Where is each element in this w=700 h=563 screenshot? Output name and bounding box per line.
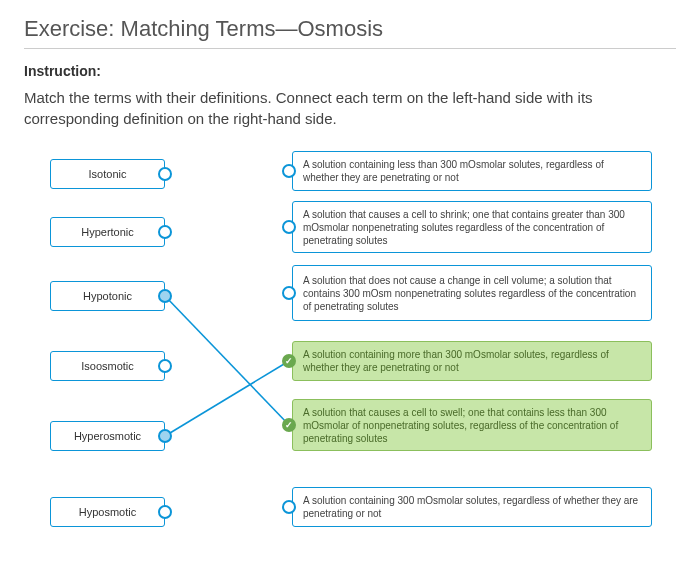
definition-connector[interactable] <box>282 220 296 234</box>
definition-connector[interactable] <box>282 500 296 514</box>
term-label: Hypertonic <box>81 226 134 238</box>
term-box[interactable]: Hyperosmotic <box>50 421 165 451</box>
term-box[interactable]: Hyposmotic <box>50 497 165 527</box>
definition-text: A solution that causes a cell to swell; … <box>303 406 641 445</box>
definition-box[interactable]: A solution containing more than 300 mOsm… <box>292 341 652 381</box>
term-label: Isotonic <box>89 168 127 180</box>
definition-text: A solution containing 300 mOsmolar solut… <box>303 494 641 520</box>
term-connector[interactable] <box>158 289 172 303</box>
matching-area: IsotonicHypertonicHypotonicIsoosmoticHyp… <box>30 151 660 561</box>
svg-line-1 <box>165 361 289 436</box>
term-connector[interactable] <box>158 429 172 443</box>
definition-box[interactable]: A solution that causes a cell to swell; … <box>292 399 652 451</box>
term-connector[interactable] <box>158 225 172 239</box>
svg-line-0 <box>165 296 289 425</box>
term-connector[interactable] <box>158 505 172 519</box>
check-icon[interactable] <box>282 354 296 368</box>
term-box[interactable]: Isoosmotic <box>50 351 165 381</box>
definition-box[interactable]: A solution that does not cause a change … <box>292 265 652 321</box>
instruction-heading: Instruction: <box>24 63 676 79</box>
term-box[interactable]: Hypertonic <box>50 217 165 247</box>
term-label: Hyperosmotic <box>74 430 141 442</box>
term-connector[interactable] <box>158 167 172 181</box>
definition-box[interactable]: A solution containing 300 mOsmolar solut… <box>292 487 652 527</box>
definition-box[interactable]: A solution that causes a cell to shrink;… <box>292 201 652 253</box>
definition-text: A solution that does not cause a change … <box>303 274 641 313</box>
definition-connector[interactable] <box>282 286 296 300</box>
definition-connector[interactable] <box>282 164 296 178</box>
instruction-text: Match the terms with their definitions. … <box>24 87 676 129</box>
term-box[interactable]: Hypotonic <box>50 281 165 311</box>
definition-box[interactable]: A solution containing less than 300 mOsm… <box>292 151 652 191</box>
page-title: Exercise: Matching Terms—Osmosis <box>24 16 676 49</box>
definition-text: A solution containing more than 300 mOsm… <box>303 348 641 374</box>
check-icon[interactable] <box>282 418 296 432</box>
term-box[interactable]: Isotonic <box>50 159 165 189</box>
term-label: Hyposmotic <box>79 506 136 518</box>
term-label: Isoosmotic <box>81 360 134 372</box>
term-label: Hypotonic <box>83 290 132 302</box>
definition-text: A solution containing less than 300 mOsm… <box>303 158 641 184</box>
definition-text: A solution that causes a cell to shrink;… <box>303 208 641 247</box>
term-connector[interactable] <box>158 359 172 373</box>
